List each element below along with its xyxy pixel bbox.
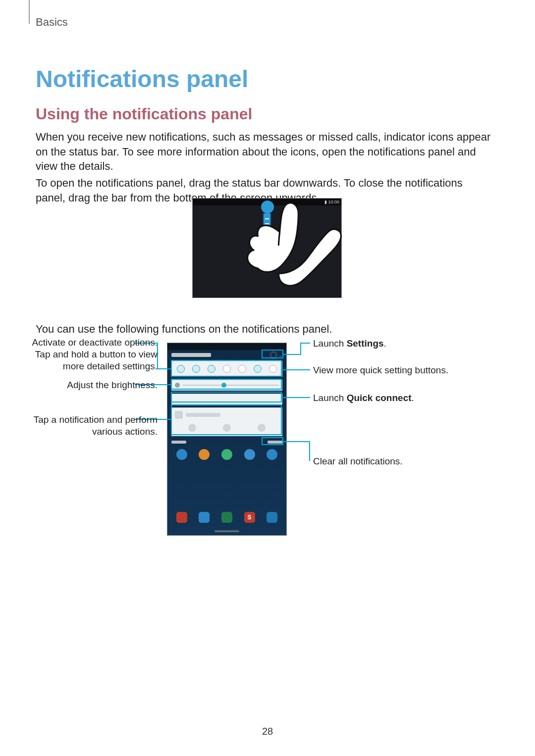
callout-quick-connect: Launch Quick connect. [313,392,462,404]
notification-card[interactable] [171,407,282,436]
callout-line [282,397,310,398]
home-app-row [167,449,286,460]
toggle-location[interactable] [192,365,200,373]
toggle-sound[interactable] [208,365,215,373]
quick-toggle-row [171,361,282,377]
panel-date-label [171,353,211,357]
home-dock: S [167,508,286,526]
brightness-row [171,380,282,391]
figure-drag-statusbar: ▮ 10:00 [192,198,342,298]
toggle-bluetooth[interactable] [238,365,246,373]
device-screenshot: ⌄ [167,343,287,536]
callout-launch-settings: Launch Settings. [313,338,462,350]
callout-notification-action: Tap a notification and perform various a… [29,414,158,438]
toggle-torch[interactable] [269,365,277,373]
callout-line [157,368,171,369]
quick-connect-card[interactable] [171,394,282,404]
expand-chevron-icon[interactable]: ⌄ [278,353,282,358]
notif-settings-label[interactable] [171,441,186,444]
brightness-slider[interactable] [183,385,279,386]
panel-header-row: ⌄ [167,350,286,360]
brightness-icon [175,383,180,388]
callout-line [309,441,310,460]
callout-clear-all: Clear all notifications. [313,455,462,467]
device-status-bar [167,343,286,350]
callout-line [282,369,310,370]
callout-line [283,354,301,355]
toggle-mobile-data[interactable] [254,365,262,373]
breadcrumb: Basics [36,16,68,29]
notifications-footer [171,438,282,446]
page-number: 28 [0,726,535,737]
toggle-wifi[interactable] [177,365,185,373]
panel-drag-handle[interactable] [214,530,239,532]
page-edge-rule [29,0,30,24]
page-title: Notifications panel [36,65,248,93]
clear-all-button[interactable] [268,441,282,444]
section-title: Using the notifications panel [36,105,252,123]
callout-view-more: View more quick setting buttons. [313,364,462,376]
toggle-rotate[interactable] [223,365,231,373]
callout-activate-options: Activate or deactivate options. Tap and … [29,337,158,372]
callout-line [283,441,310,442]
callout-line [300,343,310,344]
paragraph-1: When you receive new notifications, such… [36,130,491,174]
settings-gear-icon[interactable] [270,352,276,358]
callout-line [300,343,301,354]
callout-line [309,460,310,461]
hand-gesture-icon [242,196,346,300]
callout-brightness: Adjust the brightness. [29,379,158,391]
figure-panel-callouts: ⌄ [36,331,491,539]
